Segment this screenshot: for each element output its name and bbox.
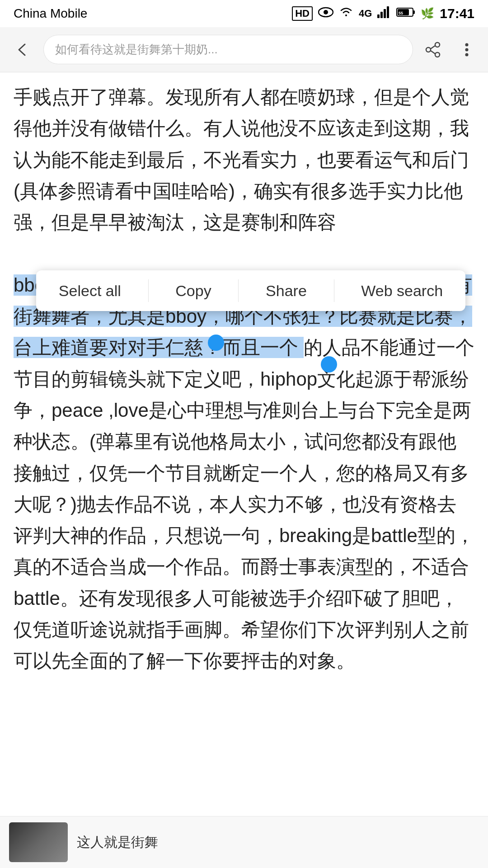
paragraph-top: 手贱点开了弹幕。发现所有人都在喷奶球，但是个人觉得他并没有做错什么。有人说他没不… [14,86,469,233]
time-display: 17:41 [440,6,474,21]
svg-point-16 [465,48,468,51]
back-button[interactable] [9,36,36,63]
svg-point-17 [465,53,468,56]
selection-handle-left[interactable] [208,335,224,351]
svg-rect-3 [380,12,383,18]
search-text: 如何看待这就是街舞第十期奶... [55,42,218,57]
svg-rect-7 [413,10,415,14]
status-right: HD 4G [292,6,474,21]
leaf-icon: 🌿 [421,7,434,20]
divider-1 [148,279,149,302]
svg-point-15 [465,43,468,46]
search-bar[interactable]: 如何看待这就是街舞第十期奶... [43,35,413,64]
battery-icon: 55 [396,7,415,21]
nav-icons [420,37,479,62]
bottom-strip: 这人就是街舞 [0,816,488,868]
svg-point-11 [426,47,431,52]
network-icon: 4G [359,8,372,19]
divider-3 [334,279,334,302]
article-content: 手贱点开了弹幕。发现所有人都在喷奶球，但是个人觉得他并没有做错什么。有人说他没不… [0,72,488,690]
share-text-button[interactable]: Share [257,278,316,304]
svg-rect-4 [384,9,386,18]
svg-point-12 [435,52,440,57]
svg-rect-2 [377,14,380,18]
article-text: 手贱点开了弹幕。发现所有人都在喷奶球，但是个人觉得他并没有做错什么。有人说他没不… [14,81,474,677]
eye-icon [318,7,333,21]
share-button[interactable] [420,37,445,62]
more-button[interactable] [454,37,479,62]
svg-point-1 [324,10,328,14]
signal-icon [377,6,391,21]
copy-button[interactable]: Copy [166,278,220,304]
selection-handle-right[interactable] [321,356,337,373]
svg-point-10 [435,42,440,47]
divider-2 [238,279,239,302]
thumbnail [9,822,68,862]
paragraph-bottom: 的人品不能通过一个节目的剪辑镜头就下定义吧，hiphop文化起源于帮派纷争，pe… [14,337,474,671]
svg-text:55: 55 [399,11,403,15]
select-all-button[interactable]: Select all [50,278,130,304]
wifi-icon [339,6,353,21]
svg-line-14 [431,51,435,54]
web-search-button[interactable]: Web search [352,278,452,304]
selection-toolbar: Select all Copy Share Web search [36,270,465,311]
bottom-title[interactable]: 这人就是街舞 [77,833,158,852]
hd-icon: HD [292,6,313,21]
svg-rect-5 [387,6,389,18]
carrier-label: China Mobile [14,6,87,21]
nav-bar: 如何看待这就是街舞第十期奶... [0,27,488,72]
svg-line-13 [431,46,435,49]
status-bar: China Mobile HD 4G [0,0,488,27]
